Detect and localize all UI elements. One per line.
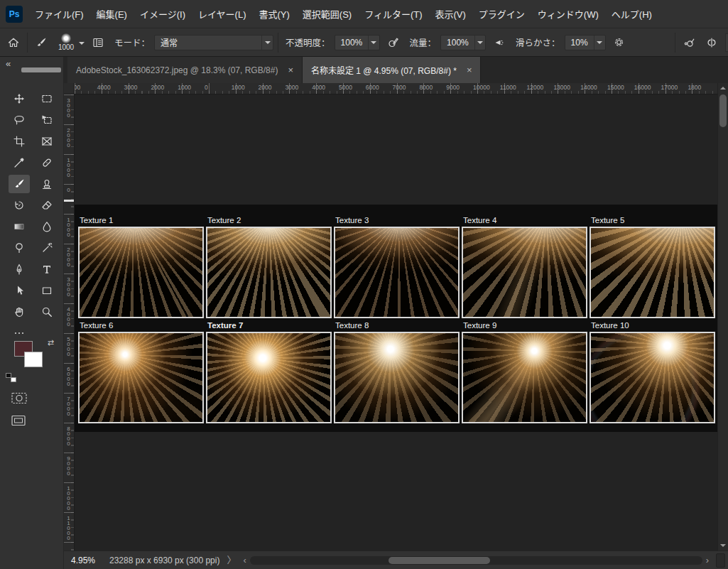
menu-item[interactable]: プラグイン xyxy=(472,4,531,24)
home-icon[interactable] xyxy=(4,33,23,52)
scroll-left-icon[interactable]: ‹ xyxy=(243,556,246,565)
clone-stamp-tool[interactable] xyxy=(36,175,58,193)
frame-tool[interactable] xyxy=(36,132,58,151)
window-corner-grip xyxy=(716,553,725,568)
canvas-area[interactable]: Texture 1 Texture 2 Texture 3 Texture 4 … xyxy=(75,94,717,551)
status-options-chevron-icon[interactable]: 〉 xyxy=(227,556,236,565)
chevron-down-icon xyxy=(79,42,85,48)
close-icon[interactable]: × xyxy=(467,65,472,75)
ruler-label: 2000 xyxy=(259,84,272,91)
gradient-tool[interactable] xyxy=(9,217,30,236)
vertical-scrollbar-thumb[interactable] xyxy=(719,94,727,127)
ruler-label: 12000 xyxy=(527,84,544,91)
marquee-tool[interactable] xyxy=(36,90,58,108)
collapse-panels-button[interactable]: « xyxy=(6,58,11,69)
object-selection-tool[interactable] xyxy=(36,111,58,129)
ruler-label: 4000 xyxy=(97,84,111,91)
menu-item[interactable]: ウィンドウ(W) xyxy=(531,4,605,24)
ruler-label: 13000 xyxy=(553,84,570,91)
document-info: 23288 px x 6930 px (300 ppi) xyxy=(109,556,219,565)
zoom-tool[interactable] xyxy=(36,303,58,321)
brush-size-widget[interactable]: 1000 xyxy=(55,33,85,51)
menu-item[interactable]: 書式(Y) xyxy=(252,4,295,24)
tools-panel: « ⇄ xyxy=(0,57,64,569)
photoshop-logo-icon[interactable]: Ps xyxy=(6,6,23,23)
dodge-tool[interactable] xyxy=(9,239,30,257)
document-tab[interactable]: AdobeStock_163062372.jpeg @ 18.3% (07, R… xyxy=(67,57,303,83)
hand-tool[interactable] xyxy=(9,303,30,321)
airbrush-icon[interactable] xyxy=(490,33,509,52)
texture-image xyxy=(590,332,715,423)
crop-tool[interactable] xyxy=(9,132,30,151)
texture-grid: Texture 1 Texture 2 Texture 3 Texture 4 … xyxy=(78,215,717,423)
type-tool[interactable] xyxy=(36,260,58,278)
brush-tool[interactable] xyxy=(9,175,30,193)
default-colors-icon[interactable] xyxy=(6,373,16,382)
brush-tip-preview-icon: 1000 xyxy=(55,33,77,51)
blur-tool[interactable] xyxy=(36,217,58,236)
scroll-down-icon[interactable] xyxy=(718,541,728,551)
menu-item[interactable]: 編集(E) xyxy=(90,4,134,24)
tab-title: AdobeStock_163062372.jpeg @ 18.3% (07, R… xyxy=(76,65,278,75)
scroll-right-icon[interactable]: › xyxy=(706,556,709,565)
ruler-label: 1000 xyxy=(65,157,71,177)
horizontal-scrollbar-thumb[interactable] xyxy=(389,557,490,564)
horizontal-scrollbar[interactable]: ‹ › xyxy=(243,556,709,565)
eyedropper-tool[interactable] xyxy=(9,153,30,172)
move-tool[interactable] xyxy=(9,90,30,108)
flow-select[interactable]: 100% xyxy=(440,35,486,50)
lasso-tool[interactable] xyxy=(9,111,30,129)
texture-item: Texture 8 xyxy=(334,320,460,423)
scroll-up-icon[interactable] xyxy=(718,83,728,93)
ruler-label: 8000 xyxy=(65,426,71,445)
document-canvas[interactable]: Texture 1 Texture 2 Texture 3 Texture 4 … xyxy=(75,205,717,432)
menu-items: ファイル(F)編集(E)イメージ(I)レイヤー(L)書式(Y)選択範囲(S)フィ… xyxy=(28,4,658,24)
horizontal-scrollbar-track[interactable] xyxy=(250,556,702,565)
ruler-position-marker xyxy=(64,200,74,202)
brush-preset-picker-icon[interactable] xyxy=(32,33,50,52)
ruler-label: 2000 xyxy=(151,84,164,91)
smoothing-value: 10% xyxy=(565,38,594,48)
brush-settings-panel-icon[interactable] xyxy=(89,33,107,52)
path-selection-tool[interactable] xyxy=(9,281,30,300)
swap-colors-icon[interactable]: ⇄ xyxy=(48,338,54,347)
pen-tool[interactable] xyxy=(9,260,30,278)
vertical-scrollbar[interactable] xyxy=(717,83,728,551)
texture-label: Texture 3 xyxy=(334,215,460,227)
ruler-label: 7000 xyxy=(393,84,406,91)
menu-item[interactable]: 選択範囲(S) xyxy=(296,4,358,24)
document-tab-active[interactable]: 名称未設定 1 @ 4.95% (07, RGB/8#) * × xyxy=(303,57,482,83)
smoothing-options-gear-icon[interactable] xyxy=(610,33,629,52)
texture-label: Texture 9 xyxy=(462,320,587,332)
ruler-label: 11000 xyxy=(65,515,71,540)
opacity-select[interactable]: 100% xyxy=(335,35,380,50)
symmetry-icon[interactable] xyxy=(702,33,721,52)
screen-mode-icon[interactable] xyxy=(11,415,26,429)
texture-label: Texture 10 xyxy=(590,320,715,332)
zoom-level[interactable]: 4.95% xyxy=(71,556,102,565)
panel-grip[interactable] xyxy=(21,67,61,72)
close-icon[interactable]: × xyxy=(288,65,293,75)
magic-wand-tool[interactable] xyxy=(36,239,58,257)
ruler-label: 1800 xyxy=(688,84,701,91)
menu-item[interactable]: フィルター(T) xyxy=(358,4,428,24)
menu-item[interactable]: イメージ(I) xyxy=(134,4,192,24)
history-brush-tool[interactable] xyxy=(9,196,30,215)
texture-label: Texture 2 xyxy=(206,215,332,227)
rectangle-tool[interactable] xyxy=(36,281,58,300)
menu-item[interactable]: ヘルプ(H) xyxy=(605,4,658,24)
pressure-opacity-icon[interactable] xyxy=(384,33,403,52)
menu-item[interactable]: 表示(V) xyxy=(429,4,472,24)
pressure-size-icon[interactable] xyxy=(680,33,698,52)
blend-mode-select[interactable]: 通常 xyxy=(154,35,273,50)
menu-item[interactable]: レイヤー(L) xyxy=(192,4,253,24)
divider xyxy=(675,33,675,53)
background-color-swatch[interactable] xyxy=(24,352,43,367)
smoothing-select[interactable]: 10% xyxy=(565,35,606,50)
edit-toolbar-ellipsis-icon[interactable] xyxy=(9,324,30,342)
menu-item[interactable]: ファイル(F) xyxy=(28,4,90,24)
eraser-tool[interactable] xyxy=(36,196,58,215)
quick-mask-icon[interactable] xyxy=(11,392,27,407)
healing-brush-tool[interactable] xyxy=(36,153,58,172)
texture-item: Texture 3 xyxy=(334,215,460,318)
